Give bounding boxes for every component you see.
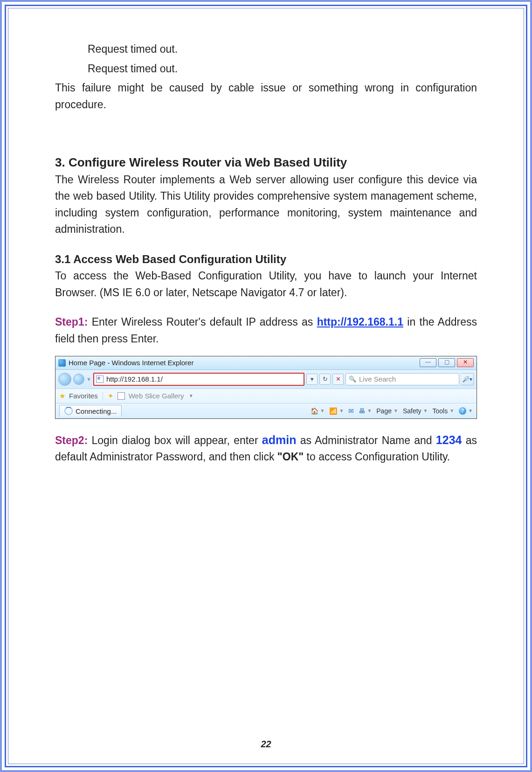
page-menu[interactable]: Page▼	[376, 407, 398, 415]
close-button[interactable]: ✕	[457, 358, 474, 367]
help-button[interactable]: ?▼	[459, 407, 473, 415]
search-placeholder: Live Search	[359, 375, 396, 383]
feeds-button[interactable]: 📶▼	[329, 407, 344, 415]
search-go-button[interactable]: 🔎▾	[461, 373, 474, 385]
ie-logo-icon	[58, 359, 66, 367]
section-3-1-intro: To access the Web-Based Configuration Ut…	[55, 268, 477, 301]
nav-dropdown-icon[interactable]: ▼	[86, 376, 91, 382]
stop-button[interactable]: ✕	[332, 374, 344, 385]
step1-paragraph: Step1: Enter Wireless Router's default I…	[55, 314, 477, 347]
forward-button[interactable]	[73, 374, 84, 385]
separator	[103, 391, 103, 401]
home-button[interactable]: 🏠▼	[311, 407, 325, 415]
browser-tab[interactable]: Connecting...	[59, 405, 122, 417]
web-slice-gallery-link[interactable]: Web Slice Gallery	[129, 392, 184, 400]
ie-title-bar: Home Page - Windows Internet Explorer — …	[55, 356, 477, 370]
address-bar[interactable]	[93, 373, 304, 386]
section-3-title: 3. Configure Wireless Router via Web Bas…	[55, 155, 477, 170]
ie-favorites-row: ★ Favorites ✦ Web Slice Gallery ▼	[55, 389, 477, 403]
page-content: Request timed out. Request timed out. Th…	[8, 8, 524, 764]
refresh-button[interactable]: ↻	[319, 374, 331, 385]
ie-tab-row: Connecting... 🏠▼ 📶▼ ✉ 🖶▼ Page▼ Safety▼ T…	[55, 403, 477, 418]
admin-word: admin	[262, 433, 297, 446]
address-dropdown-button[interactable]: ▾	[306, 374, 318, 385]
section-3-1-title: 3.1 Access Web Based Configuration Utili…	[55, 253, 477, 266]
address-input[interactable]	[105, 375, 302, 383]
timeout-line-2: Request timed out.	[55, 61, 477, 77]
search-box[interactable]: 🔍 Live Search	[345, 373, 459, 385]
step1-label: Step1:	[55, 316, 88, 328]
step2-label: Step2:	[55, 434, 88, 446]
tools-menu[interactable]: Tools▼	[433, 407, 455, 415]
page-number: 22	[8, 739, 524, 750]
back-button[interactable]	[58, 373, 71, 386]
password-word: 1234	[436, 433, 462, 446]
step2-text-1: Login dialog box will appear, enter	[88, 434, 262, 446]
step2-text-4: to access Configuration Utility.	[304, 451, 450, 463]
rss-icon: 📶	[329, 407, 337, 415]
ok-word: "OK"	[277, 451, 304, 463]
step2-text-2: as Administrator Name and	[296, 434, 435, 446]
command-bar: 🏠▼ 📶▼ ✉ 🖶▼ Page▼ Safety▼ Tools▼ ?▼	[311, 407, 473, 415]
page-mid-border: Request timed out. Request timed out. Th…	[5, 5, 527, 767]
search-icon: 🔍	[349, 376, 356, 383]
mail-icon: ✉	[348, 407, 354, 415]
step1-text-before: Enter Wireless Router's default IP addre…	[88, 316, 317, 328]
help-icon: ?	[459, 407, 466, 415]
maximize-button[interactable]: ▢	[438, 358, 455, 367]
window-buttons: — ▢ ✕	[420, 358, 474, 367]
timeout-line-1: Request timed out.	[55, 41, 477, 58]
favorites-star-icon: ★	[59, 392, 65, 400]
section-3-intro: The Wireless Router implements a Web ser…	[55, 172, 477, 238]
step2-paragraph: Step2: Login dialog box will appear, ent…	[55, 431, 477, 466]
safety-menu[interactable]: Safety▼	[403, 407, 428, 415]
router-ip-link[interactable]: http://192.168.1.1	[317, 316, 403, 328]
print-icon: 🖶	[359, 407, 365, 415]
minimize-button[interactable]: —	[420, 358, 436, 367]
home-icon: 🏠	[311, 407, 318, 415]
page-icon	[96, 376, 104, 383]
mail-button[interactable]: ✉	[348, 407, 354, 415]
webslice-dropdown-icon[interactable]: ▼	[189, 393, 193, 398]
print-button[interactable]: 🖶▼	[359, 407, 372, 415]
ie-address-row: ▼ ▾ ↻ ✕ 🔍 Live Search 🔎▾	[55, 370, 477, 389]
suggested-star-icon: ✦	[108, 392, 114, 400]
ie-window-title: Home Page - Windows Internet Explorer	[69, 359, 420, 367]
tab-label: Connecting...	[76, 407, 117, 415]
favorites-label[interactable]: Favorites	[69, 392, 98, 400]
failure-paragraph: This failure might be caused by cable is…	[55, 80, 477, 113]
ie-screenshot: Home Page - Windows Internet Explorer — …	[55, 356, 477, 419]
webslice-page-icon	[117, 392, 125, 400]
loading-spinner-icon	[64, 407, 73, 415]
page-outer-border: Request timed out. Request timed out. Th…	[0, 0, 532, 772]
